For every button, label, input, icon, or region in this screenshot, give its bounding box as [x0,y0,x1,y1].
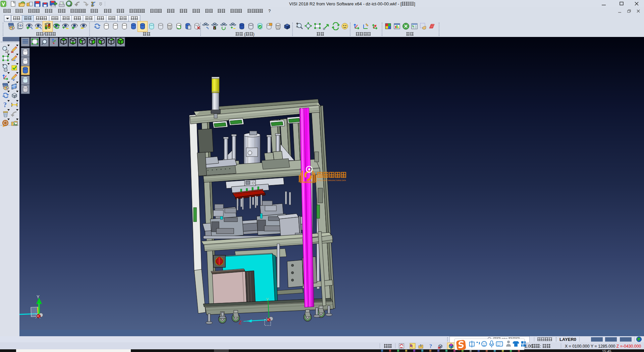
svg-text:Z: Z [239,320,242,325]
svg-text:Y: Y [37,294,40,299]
svg-text:INTELLIGENT MANUFACTURING DATA: INTELLIGENT MANUFACTURING DATA [318,179,346,181]
svg-text:?: ? [429,343,432,349]
svg-text:?: ? [3,101,7,108]
svg-text:Y: Y [266,297,269,302]
